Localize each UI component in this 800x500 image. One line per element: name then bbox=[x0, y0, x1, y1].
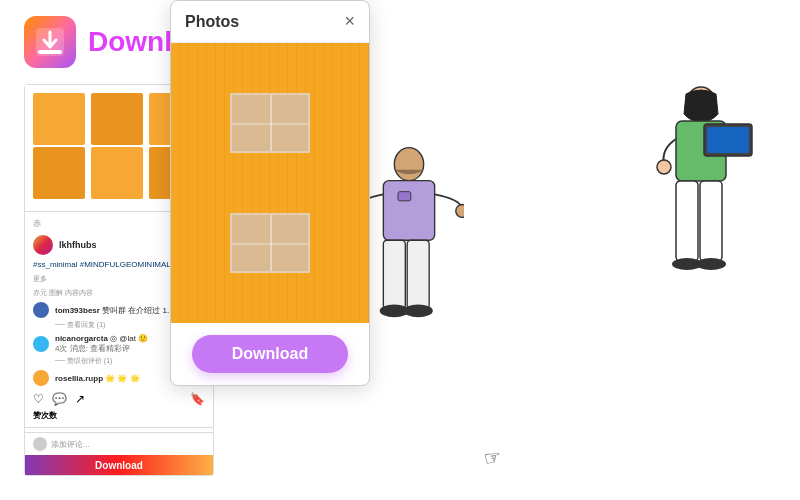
svg-rect-26 bbox=[700, 181, 722, 261]
svg-rect-13 bbox=[398, 192, 411, 201]
building-window-1 bbox=[230, 93, 310, 153]
facade-lines bbox=[171, 43, 369, 323]
app-header: Downloader bbox=[0, 0, 800, 84]
ig-caption-text: #ss_minimal #MINDFULGEOMINIMAL #... bbox=[33, 260, 184, 269]
bookmark-icon[interactable]: 🔖 bbox=[190, 392, 205, 406]
modal-download-area: Download bbox=[171, 323, 369, 385]
svg-rect-17 bbox=[407, 240, 429, 309]
svg-point-28 bbox=[696, 258, 726, 270]
ig-input-placeholder[interactable]: 添加评论... bbox=[51, 439, 90, 450]
svg-point-11 bbox=[394, 148, 423, 181]
grid-item-1 bbox=[33, 93, 85, 145]
photo-modal-header: Photos × bbox=[171, 1, 369, 43]
ig-input-avatar bbox=[33, 437, 47, 451]
comment-icon[interactable]: 💬 bbox=[52, 392, 67, 406]
ig-comment-input-row[interactable]: 添加评论... bbox=[25, 432, 213, 455]
svg-point-15 bbox=[456, 205, 464, 218]
comment-avatar-3 bbox=[33, 370, 49, 386]
comment-avatar-1 bbox=[33, 302, 49, 318]
share-icon[interactable]: ↗ bbox=[75, 392, 85, 406]
ig-bottom-bar: Download bbox=[25, 455, 213, 475]
svg-rect-1 bbox=[38, 50, 62, 54]
photo-modal-title: Photos bbox=[185, 13, 239, 31]
download-button[interactable]: Download bbox=[192, 335, 348, 373]
person2-illustration bbox=[354, 144, 464, 344]
svg-rect-25 bbox=[676, 181, 698, 261]
grid-item-4 bbox=[33, 147, 85, 199]
ig-username: lkhfhubs bbox=[59, 240, 97, 250]
svg-rect-16 bbox=[383, 240, 405, 309]
person3-illustration bbox=[646, 84, 756, 284]
cursor-pointer: ☞ bbox=[482, 445, 504, 472]
photo-modal: Photos × Download bbox=[170, 0, 370, 386]
photo-modal-close-button[interactable]: × bbox=[344, 11, 355, 32]
app-logo bbox=[24, 16, 76, 68]
grid-item-2 bbox=[91, 93, 143, 145]
grid-item-5 bbox=[91, 147, 143, 199]
photo-modal-image bbox=[171, 43, 369, 323]
building-window-2 bbox=[230, 213, 310, 273]
ig-likes: 赞次数 bbox=[25, 410, 213, 423]
svg-rect-24 bbox=[707, 127, 749, 153]
svg-point-19 bbox=[404, 304, 433, 317]
ig-bottom-bar-text: Download bbox=[95, 460, 143, 471]
ig-actions: ♡ 💬 ↗ 🔖 bbox=[25, 388, 213, 410]
ig-divider-2 bbox=[25, 427, 213, 428]
ig-user-avatar bbox=[33, 235, 53, 255]
building-illustration bbox=[171, 43, 369, 323]
main-content: 赤 lkhfhubs 关注 #ss_minimal #MINDFULGEOMIN… bbox=[0, 84, 800, 500]
like-icon[interactable]: ♡ bbox=[33, 392, 44, 406]
comment-avatar-2 bbox=[33, 336, 49, 352]
svg-point-22 bbox=[657, 160, 671, 174]
svg-rect-12 bbox=[383, 181, 434, 241]
